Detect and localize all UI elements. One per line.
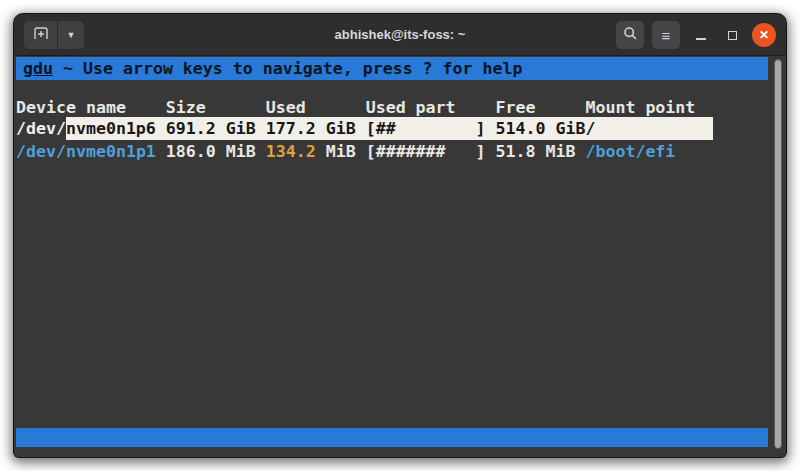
device-path-prefix: /dev/ [16, 117, 66, 140]
used-part-bar: [## ] [366, 117, 486, 140]
maximize-button[interactable] [722, 21, 742, 49]
header-device-name: Device name [16, 96, 126, 119]
table-row-selected[interactable]: /dev/ nvme0n1p6 691.2 GiB 177.2 GiB [## … [16, 117, 713, 140]
maximize-icon [728, 31, 737, 40]
gdu-bottom-status-bar [16, 428, 768, 447]
search-button[interactable] [616, 21, 644, 49]
hamburger-menu-icon: ≡ [662, 28, 671, 43]
used-unit: MiB [326, 140, 356, 163]
used-part-bar: [####### ] [366, 140, 486, 163]
new-tab-icon [33, 26, 49, 44]
tab-button-group: ▼ [24, 21, 84, 49]
tab-dropdown-button[interactable]: ▼ [58, 21, 84, 49]
used-value: 134.2 [266, 140, 316, 163]
terminal-window: abhishek@its-foss: ~ ▼ [14, 14, 786, 457]
minimize-button[interactable] [691, 21, 711, 49]
free-value: 514.0 GiB [496, 117, 586, 140]
header-used-part: Used part [366, 96, 456, 119]
header-used: Used [266, 96, 306, 119]
mount-point: /boot/efi [585, 140, 675, 163]
header-mount-point: Mount point [585, 96, 695, 119]
titlebar: abhishek@its-foss: ~ ▼ [14, 14, 786, 56]
mount-point: / [585, 117, 595, 140]
gdu-app-name: gdu [23, 59, 53, 78]
device-name: nvme0n1p6 [66, 117, 156, 140]
free-value: 51.8 MiB [496, 140, 576, 163]
chevron-down-icon: ▼ [67, 30, 76, 40]
table-header-row: Device name Size Used Used part Free Mou… [16, 96, 768, 119]
used-value: 177.2 GiB [266, 117, 356, 140]
table-row[interactable]: /dev/nvme0n1p1 186.0 MiB 134.2 MiB [####… [16, 140, 713, 163]
titlebar-controls: ≡ ✕ [608, 14, 776, 56]
close-icon: ✕ [759, 28, 769, 42]
header-free: Free [496, 96, 536, 119]
close-button[interactable]: ✕ [752, 23, 776, 47]
gdu-status-message: ~ Use arrow keys to navigate, press ? fo… [53, 59, 523, 78]
size-value: 186.0 MiB [166, 140, 256, 163]
scrollbar-thumb[interactable] [774, 59, 782, 449]
device-name: /dev/nvme0n1p1 [16, 140, 156, 163]
header-size: Size [166, 96, 206, 119]
gdu-status-bar: gdu ~ Use arrow keys to navigate, press … [16, 57, 768, 80]
size-value: 691.2 GiB [166, 117, 256, 140]
minimize-icon [696, 38, 706, 40]
terminal-content[interactable]: gdu ~ Use arrow keys to navigate, press … [14, 57, 786, 457]
menu-button[interactable]: ≡ [652, 21, 680, 49]
new-tab-button[interactable] [24, 21, 58, 49]
search-icon [623, 26, 638, 45]
